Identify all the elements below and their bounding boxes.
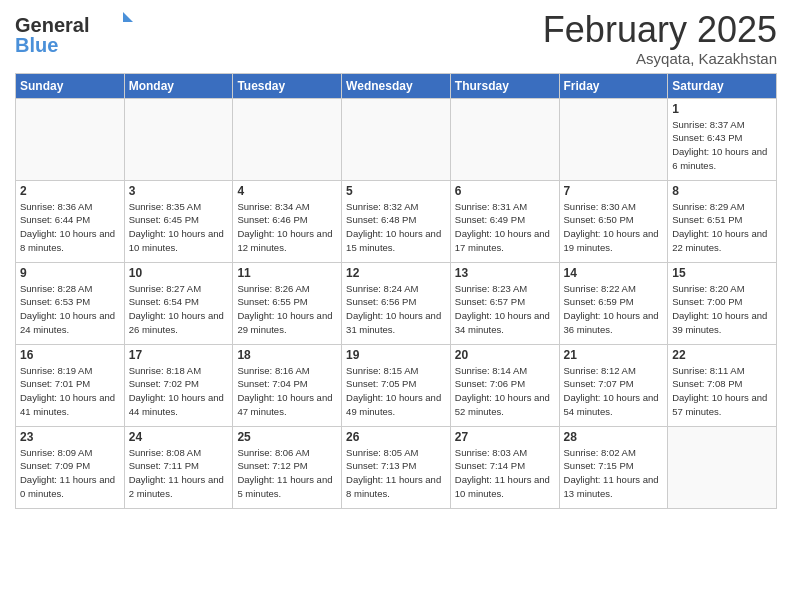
- month-title: February 2025: [543, 10, 777, 50]
- calendar-cell: [233, 98, 342, 180]
- day-info: Sunrise: 8:14 AM Sunset: 7:06 PM Dayligh…: [455, 364, 555, 419]
- day-number: 12: [346, 266, 446, 280]
- week-row-3: 9Sunrise: 8:28 AM Sunset: 6:53 PM Daylig…: [16, 262, 777, 344]
- day-info: Sunrise: 8:19 AM Sunset: 7:01 PM Dayligh…: [20, 364, 120, 419]
- day-number: 2: [20, 184, 120, 198]
- day-number: 22: [672, 348, 772, 362]
- day-info: Sunrise: 8:36 AM Sunset: 6:44 PM Dayligh…: [20, 200, 120, 255]
- day-number: 23: [20, 430, 120, 444]
- calendar-cell: 9Sunrise: 8:28 AM Sunset: 6:53 PM Daylig…: [16, 262, 125, 344]
- day-info: Sunrise: 8:05 AM Sunset: 7:13 PM Dayligh…: [346, 446, 446, 501]
- calendar-cell: 7Sunrise: 8:30 AM Sunset: 6:50 PM Daylig…: [559, 180, 668, 262]
- calendar-cell: 16Sunrise: 8:19 AM Sunset: 7:01 PM Dayli…: [16, 344, 125, 426]
- day-info: Sunrise: 8:24 AM Sunset: 6:56 PM Dayligh…: [346, 282, 446, 337]
- day-info: Sunrise: 8:29 AM Sunset: 6:51 PM Dayligh…: [672, 200, 772, 255]
- calendar-cell: 25Sunrise: 8:06 AM Sunset: 7:12 PM Dayli…: [233, 426, 342, 508]
- day-number: 16: [20, 348, 120, 362]
- calendar-cell: 20Sunrise: 8:14 AM Sunset: 7:06 PM Dayli…: [450, 344, 559, 426]
- day-info: Sunrise: 8:06 AM Sunset: 7:12 PM Dayligh…: [237, 446, 337, 501]
- day-info: Sunrise: 8:23 AM Sunset: 6:57 PM Dayligh…: [455, 282, 555, 337]
- calendar-cell: 8Sunrise: 8:29 AM Sunset: 6:51 PM Daylig…: [668, 180, 777, 262]
- day-number: 20: [455, 348, 555, 362]
- calendar-cell: 23Sunrise: 8:09 AM Sunset: 7:09 PM Dayli…: [16, 426, 125, 508]
- day-number: 19: [346, 348, 446, 362]
- calendar-cell: 3Sunrise: 8:35 AM Sunset: 6:45 PM Daylig…: [124, 180, 233, 262]
- day-info: Sunrise: 8:11 AM Sunset: 7:08 PM Dayligh…: [672, 364, 772, 419]
- calendar-cell: 5Sunrise: 8:32 AM Sunset: 6:48 PM Daylig…: [342, 180, 451, 262]
- calendar-cell: 4Sunrise: 8:34 AM Sunset: 6:46 PM Daylig…: [233, 180, 342, 262]
- calendar-cell: 13Sunrise: 8:23 AM Sunset: 6:57 PM Dayli…: [450, 262, 559, 344]
- calendar-cell: [559, 98, 668, 180]
- calendar-cell: 11Sunrise: 8:26 AM Sunset: 6:55 PM Dayli…: [233, 262, 342, 344]
- calendar-cell: 10Sunrise: 8:27 AM Sunset: 6:54 PM Dayli…: [124, 262, 233, 344]
- day-number: 13: [455, 266, 555, 280]
- day-number: 1: [672, 102, 772, 116]
- calendar-cell: 28Sunrise: 8:02 AM Sunset: 7:15 PM Dayli…: [559, 426, 668, 508]
- day-info: Sunrise: 8:09 AM Sunset: 7:09 PM Dayligh…: [20, 446, 120, 501]
- header: General Blue February 2025 Asyqata, Kaza…: [15, 10, 777, 67]
- calendar-cell: 18Sunrise: 8:16 AM Sunset: 7:04 PM Dayli…: [233, 344, 342, 426]
- day-number: 11: [237, 266, 337, 280]
- week-row-2: 2Sunrise: 8:36 AM Sunset: 6:44 PM Daylig…: [16, 180, 777, 262]
- day-info: Sunrise: 8:27 AM Sunset: 6:54 PM Dayligh…: [129, 282, 229, 337]
- calendar-cell: 26Sunrise: 8:05 AM Sunset: 7:13 PM Dayli…: [342, 426, 451, 508]
- calendar-cell: 14Sunrise: 8:22 AM Sunset: 6:59 PM Dayli…: [559, 262, 668, 344]
- day-number: 15: [672, 266, 772, 280]
- calendar-cell: 22Sunrise: 8:11 AM Sunset: 7:08 PM Dayli…: [668, 344, 777, 426]
- calendar-table: Sunday Monday Tuesday Wednesday Thursday…: [15, 73, 777, 509]
- day-info: Sunrise: 8:20 AM Sunset: 7:00 PM Dayligh…: [672, 282, 772, 337]
- header-thursday: Thursday: [450, 73, 559, 98]
- day-info: Sunrise: 8:35 AM Sunset: 6:45 PM Dayligh…: [129, 200, 229, 255]
- day-number: 6: [455, 184, 555, 198]
- day-info: Sunrise: 8:08 AM Sunset: 7:11 PM Dayligh…: [129, 446, 229, 501]
- header-sunday: Sunday: [16, 73, 125, 98]
- calendar-cell: 6Sunrise: 8:31 AM Sunset: 6:49 PM Daylig…: [450, 180, 559, 262]
- calendar-header-row: Sunday Monday Tuesday Wednesday Thursday…: [16, 73, 777, 98]
- day-number: 21: [564, 348, 664, 362]
- day-info: Sunrise: 8:16 AM Sunset: 7:04 PM Dayligh…: [237, 364, 337, 419]
- day-info: Sunrise: 8:34 AM Sunset: 6:46 PM Dayligh…: [237, 200, 337, 255]
- day-info: Sunrise: 8:30 AM Sunset: 6:50 PM Dayligh…: [564, 200, 664, 255]
- header-friday: Friday: [559, 73, 668, 98]
- logo-block: General Blue: [15, 10, 135, 62]
- day-number: 3: [129, 184, 229, 198]
- day-info: Sunrise: 8:22 AM Sunset: 6:59 PM Dayligh…: [564, 282, 664, 337]
- day-info: Sunrise: 8:31 AM Sunset: 6:49 PM Dayligh…: [455, 200, 555, 255]
- calendar-cell: 15Sunrise: 8:20 AM Sunset: 7:00 PM Dayli…: [668, 262, 777, 344]
- day-info: Sunrise: 8:26 AM Sunset: 6:55 PM Dayligh…: [237, 282, 337, 337]
- day-number: 27: [455, 430, 555, 444]
- day-info: Sunrise: 8:37 AM Sunset: 6:43 PM Dayligh…: [672, 118, 772, 173]
- day-number: 8: [672, 184, 772, 198]
- calendar-cell: 19Sunrise: 8:15 AM Sunset: 7:05 PM Dayli…: [342, 344, 451, 426]
- location: Asyqata, Kazakhstan: [543, 50, 777, 67]
- week-row-4: 16Sunrise: 8:19 AM Sunset: 7:01 PM Dayli…: [16, 344, 777, 426]
- week-row-1: 1Sunrise: 8:37 AM Sunset: 6:43 PM Daylig…: [16, 98, 777, 180]
- calendar-cell: 1Sunrise: 8:37 AM Sunset: 6:43 PM Daylig…: [668, 98, 777, 180]
- day-number: 25: [237, 430, 337, 444]
- day-number: 14: [564, 266, 664, 280]
- day-number: 7: [564, 184, 664, 198]
- day-number: 28: [564, 430, 664, 444]
- header-tuesday: Tuesday: [233, 73, 342, 98]
- header-wednesday: Wednesday: [342, 73, 451, 98]
- day-number: 24: [129, 430, 229, 444]
- calendar-cell: 21Sunrise: 8:12 AM Sunset: 7:07 PM Dayli…: [559, 344, 668, 426]
- calendar-cell: [668, 426, 777, 508]
- calendar-cell: 17Sunrise: 8:18 AM Sunset: 7:02 PM Dayli…: [124, 344, 233, 426]
- header-saturday: Saturday: [668, 73, 777, 98]
- header-monday: Monday: [124, 73, 233, 98]
- logo: General Blue: [15, 10, 135, 62]
- day-number: 18: [237, 348, 337, 362]
- day-info: Sunrise: 8:28 AM Sunset: 6:53 PM Dayligh…: [20, 282, 120, 337]
- day-number: 5: [346, 184, 446, 198]
- svg-text:General: General: [15, 14, 89, 36]
- svg-text:Blue: Blue: [15, 34, 58, 56]
- calendar-cell: [124, 98, 233, 180]
- day-number: 17: [129, 348, 229, 362]
- title-block: February 2025 Asyqata, Kazakhstan: [543, 10, 777, 67]
- day-number: 10: [129, 266, 229, 280]
- page: General Blue February 2025 Asyqata, Kaza…: [0, 0, 792, 612]
- day-info: Sunrise: 8:12 AM Sunset: 7:07 PM Dayligh…: [564, 364, 664, 419]
- week-row-5: 23Sunrise: 8:09 AM Sunset: 7:09 PM Dayli…: [16, 426, 777, 508]
- calendar-cell: [450, 98, 559, 180]
